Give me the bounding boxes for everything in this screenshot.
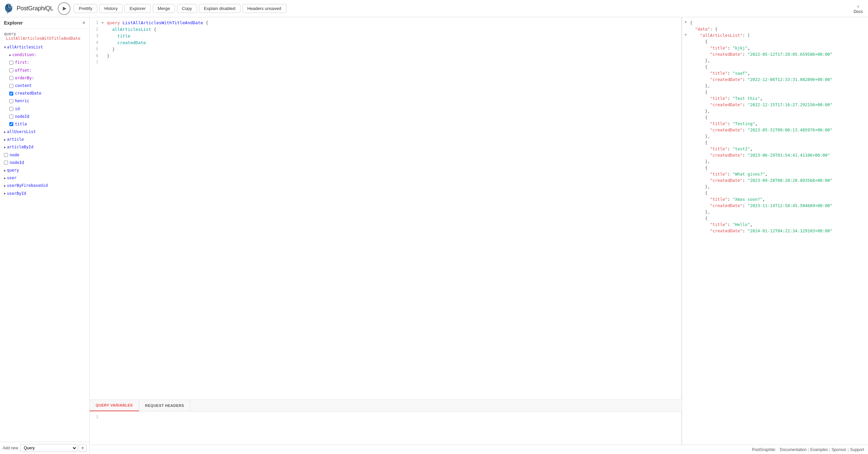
- tree-label: content: [15, 83, 32, 89]
- tree-item-orderBy[interactable]: orderBy:: [5, 74, 89, 82]
- result-line: {: [682, 89, 868, 96]
- line-content: }: [107, 47, 681, 52]
- tree-checkbox-id[interactable]: [9, 107, 13, 111]
- fold-arrow-icon[interactable]: ▼: [102, 20, 107, 25]
- result-content: {: [690, 191, 865, 195]
- tree-checkbox-first[interactable]: [9, 61, 13, 65]
- result-line: "createdDate": "2023-09-28T08:20:28.8935…: [682, 177, 868, 184]
- editor-area: 1▼query ListAllArticlesWithTitleAndDate …: [90, 17, 868, 454]
- result-line: {: [682, 190, 868, 196]
- explorer-panel: Explorer × query ListAllArticlesWithTitl…: [0, 17, 90, 454]
- history-button[interactable]: History: [99, 4, 123, 13]
- tree-checkbox-orderBy[interactable]: [9, 76, 13, 80]
- logo-icon: [3, 3, 14, 14]
- tree-label: userById: [7, 191, 26, 197]
- tree-label: id: [15, 106, 20, 112]
- tree-item-articleById[interactable]: ▶ articleById: [0, 143, 89, 151]
- tree-item-offset[interactable]: offset:: [5, 67, 89, 74]
- explorer-button[interactable]: Explorer: [125, 4, 150, 13]
- tree-checkbox-nodeId-articles[interactable]: [9, 115, 13, 119]
- tree-checkbox-node[interactable]: [4, 153, 8, 157]
- logo-text: PostGraphiQL: [17, 5, 53, 12]
- merge-button[interactable]: Merge: [153, 4, 175, 13]
- app-logo: PostGraphiQL: [3, 3, 53, 14]
- footer-link-sponsor[interactable]: Sponsor: [832, 447, 846, 452]
- tree-item-condition[interactable]: ▶ condition:: [5, 51, 89, 59]
- result-content: {: [690, 140, 865, 145]
- tree-label: condition:: [12, 52, 36, 58]
- result-line: ▼ "allArticlesList": [: [682, 33, 868, 39]
- explorer-tree: ▼ allArticlesList ▶ condition: first: of…: [0, 42, 89, 442]
- svg-marker-4: [63, 7, 67, 11]
- footer-link-documentation[interactable]: Documentation: [780, 447, 807, 452]
- result-content: "title": "Xmas soon?",: [690, 197, 865, 202]
- tree-item-node[interactable]: node: [0, 151, 89, 159]
- result-line: "data": {: [682, 26, 868, 33]
- footer-link-examples[interactable]: Examples: [810, 447, 828, 452]
- tree-checkbox-content[interactable]: [9, 84, 13, 88]
- prettify-button[interactable]: Prettify: [74, 4, 97, 13]
- line-content: query ListAllArticlesWithTitleAndDate {: [107, 20, 681, 25]
- tree-item-allArticlesList[interactable]: ▼ allArticlesList: [0, 43, 89, 51]
- tab-query-variables[interactable]: QUERY VARIABLES: [90, 400, 139, 411]
- tree-item-nodeId-top[interactable]: nodeId: [0, 159, 89, 167]
- add-query-plus-button[interactable]: +: [79, 444, 87, 452]
- tree-item-query[interactable]: ▶ query: [0, 167, 89, 174]
- editor-result-split: 1▼query ListAllArticlesWithTitleAndDate …: [90, 17, 868, 445]
- docs-button[interactable]: ‹ Docs: [851, 2, 865, 15]
- tree-item-userById[interactable]: ▶ userById: [0, 190, 89, 197]
- line-number: 7: [90, 60, 102, 65]
- expand-arrow-icon: ▶: [4, 168, 6, 173]
- result-content: "title": "saaf",: [690, 71, 865, 76]
- tab-request-headers[interactable]: REQUEST HEADERS: [139, 400, 191, 411]
- tree-item-first[interactable]: first:: [5, 59, 89, 66]
- tree-item-content[interactable]: content: [5, 82, 89, 90]
- fold-arrow-icon[interactable]: ▼: [685, 20, 690, 24]
- result-content: "title": "Testing",: [690, 121, 865, 126]
- tree-label: nodeId: [15, 114, 29, 120]
- tree-item-nodeId[interactable]: nodeId: [5, 113, 89, 121]
- query-editor[interactable]: 1▼query ListAllArticlesWithTitleAndDate …: [90, 17, 682, 399]
- variables-editor[interactable]: 1: [90, 412, 682, 445]
- execute-button[interactable]: [58, 2, 70, 15]
- headers-button[interactable]: Headers unsaved: [242, 4, 286, 13]
- result-line: ▼{: [682, 20, 868, 26]
- tree-item-userByFirebaseUid[interactable]: ▶ userByFirebaseUid: [0, 182, 89, 190]
- tree-label: allUsersList: [7, 129, 36, 135]
- tree-item-title[interactable]: title: [5, 121, 89, 128]
- copy-button[interactable]: Copy: [177, 4, 197, 13]
- result-line: },: [682, 83, 868, 89]
- editor-line: 5 }: [90, 46, 681, 53]
- explorer-close-button[interactable]: ×: [82, 20, 85, 26]
- tree-item-henric[interactable]: henric: [5, 97, 89, 105]
- explain-button[interactable]: Explain disabled: [199, 4, 240, 13]
- result-content: {: [690, 90, 865, 95]
- tree-label: offset:: [15, 67, 32, 74]
- result-line: {: [682, 216, 868, 222]
- fold-arrow-icon: [102, 60, 107, 61]
- footer-link-support[interactable]: Support: [850, 447, 864, 452]
- tree-checkbox-offset[interactable]: [9, 68, 13, 72]
- tree-item-allUsersList[interactable]: ▶ allUsersList: [0, 128, 89, 136]
- tree-checkbox-createdDate[interactable]: [9, 92, 13, 96]
- query-type-select[interactable]: Query Mutation Subscription: [20, 444, 78, 452]
- play-icon: [62, 6, 67, 11]
- line-content: title: [107, 34, 681, 38]
- tree-item-createdDate[interactable]: createdDate: [5, 90, 89, 97]
- result-line: {: [682, 39, 868, 45]
- tree-checkbox-nodeId-top[interactable]: [4, 161, 8, 165]
- app-header: PostGraphiQL Prettify History Explorer M…: [0, 0, 868, 17]
- tree-checkbox-title[interactable]: [9, 122, 13, 126]
- result-line: "createdDate": "2022-05-12T17:20:05.6595…: [682, 52, 868, 58]
- fold-arrow-icon[interactable]: ▼: [685, 33, 690, 36]
- tree-item-user[interactable]: ▶ user: [0, 174, 89, 182]
- line-content: allArticlesList {: [107, 27, 681, 32]
- app-footer: PostGraphile: Documentation | Examples |…: [90, 445, 868, 454]
- result-content: {: [690, 20, 865, 25]
- tree-item-article[interactable]: ▶ article: [0, 136, 89, 143]
- line-number: 3: [90, 34, 102, 38]
- fold-arrow-icon: [102, 27, 107, 28]
- tree-item-id[interactable]: id: [5, 105, 89, 113]
- tree-checkbox-henric[interactable]: [9, 99, 13, 103]
- result-line: {: [682, 140, 868, 146]
